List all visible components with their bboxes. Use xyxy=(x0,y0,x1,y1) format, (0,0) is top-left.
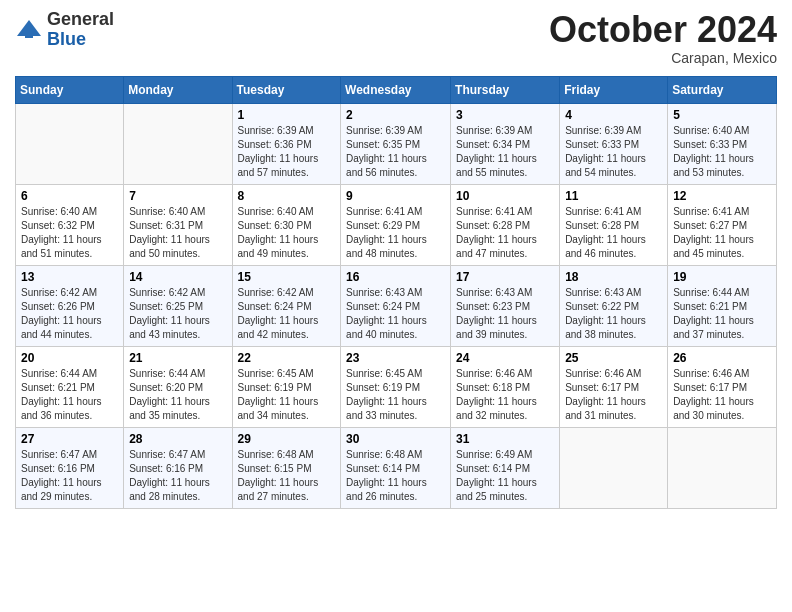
day-number: 9 xyxy=(346,189,445,203)
col-header-friday: Friday xyxy=(560,76,668,103)
day-info: Sunrise: 6:46 AMSunset: 6:18 PMDaylight:… xyxy=(456,367,554,423)
day-cell: 11Sunrise: 6:41 AMSunset: 6:28 PMDayligh… xyxy=(560,184,668,265)
day-info: Sunrise: 6:46 AMSunset: 6:17 PMDaylight:… xyxy=(673,367,771,423)
day-number: 31 xyxy=(456,432,554,446)
day-cell: 6Sunrise: 6:40 AMSunset: 6:32 PMDaylight… xyxy=(16,184,124,265)
day-number: 8 xyxy=(238,189,336,203)
day-info: Sunrise: 6:45 AMSunset: 6:19 PMDaylight:… xyxy=(238,367,336,423)
col-header-wednesday: Wednesday xyxy=(341,76,451,103)
day-number: 3 xyxy=(456,108,554,122)
day-number: 15 xyxy=(238,270,336,284)
day-cell: 26Sunrise: 6:46 AMSunset: 6:17 PMDayligh… xyxy=(668,346,777,427)
day-info: Sunrise: 6:41 AMSunset: 6:28 PMDaylight:… xyxy=(565,205,662,261)
title-block: October 2024 Carapan, Mexico xyxy=(549,10,777,66)
day-info: Sunrise: 6:41 AMSunset: 6:28 PMDaylight:… xyxy=(456,205,554,261)
day-cell: 20Sunrise: 6:44 AMSunset: 6:21 PMDayligh… xyxy=(16,346,124,427)
day-cell: 15Sunrise: 6:42 AMSunset: 6:24 PMDayligh… xyxy=(232,265,341,346)
day-number: 25 xyxy=(565,351,662,365)
day-number: 23 xyxy=(346,351,445,365)
day-info: Sunrise: 6:43 AMSunset: 6:24 PMDaylight:… xyxy=(346,286,445,342)
week-row-3: 13Sunrise: 6:42 AMSunset: 6:26 PMDayligh… xyxy=(16,265,777,346)
header-row: SundayMondayTuesdayWednesdayThursdayFrid… xyxy=(16,76,777,103)
day-info: Sunrise: 6:40 AMSunset: 6:30 PMDaylight:… xyxy=(238,205,336,261)
day-cell: 4Sunrise: 6:39 AMSunset: 6:33 PMDaylight… xyxy=(560,103,668,184)
day-info: Sunrise: 6:42 AMSunset: 6:24 PMDaylight:… xyxy=(238,286,336,342)
day-info: Sunrise: 6:41 AMSunset: 6:29 PMDaylight:… xyxy=(346,205,445,261)
day-info: Sunrise: 6:42 AMSunset: 6:26 PMDaylight:… xyxy=(21,286,118,342)
svg-rect-1 xyxy=(25,32,33,38)
day-number: 18 xyxy=(565,270,662,284)
day-cell: 31Sunrise: 6:49 AMSunset: 6:14 PMDayligh… xyxy=(451,427,560,508)
day-number: 30 xyxy=(346,432,445,446)
day-cell: 9Sunrise: 6:41 AMSunset: 6:29 PMDaylight… xyxy=(341,184,451,265)
day-info: Sunrise: 6:40 AMSunset: 6:33 PMDaylight:… xyxy=(673,124,771,180)
day-number: 17 xyxy=(456,270,554,284)
week-row-1: 1Sunrise: 6:39 AMSunset: 6:36 PMDaylight… xyxy=(16,103,777,184)
calendar-table: SundayMondayTuesdayWednesdayThursdayFrid… xyxy=(15,76,777,509)
day-number: 6 xyxy=(21,189,118,203)
day-cell xyxy=(16,103,124,184)
day-cell: 1Sunrise: 6:39 AMSunset: 6:36 PMDaylight… xyxy=(232,103,341,184)
day-number: 4 xyxy=(565,108,662,122)
day-number: 28 xyxy=(129,432,226,446)
day-info: Sunrise: 6:47 AMSunset: 6:16 PMDaylight:… xyxy=(21,448,118,504)
logo: General Blue xyxy=(15,10,114,50)
day-cell: 25Sunrise: 6:46 AMSunset: 6:17 PMDayligh… xyxy=(560,346,668,427)
day-number: 19 xyxy=(673,270,771,284)
day-cell xyxy=(124,103,232,184)
day-cell: 12Sunrise: 6:41 AMSunset: 6:27 PMDayligh… xyxy=(668,184,777,265)
day-info: Sunrise: 6:42 AMSunset: 6:25 PMDaylight:… xyxy=(129,286,226,342)
week-row-2: 6Sunrise: 6:40 AMSunset: 6:32 PMDaylight… xyxy=(16,184,777,265)
col-header-sunday: Sunday xyxy=(16,76,124,103)
day-cell: 7Sunrise: 6:40 AMSunset: 6:31 PMDaylight… xyxy=(124,184,232,265)
day-number: 26 xyxy=(673,351,771,365)
day-cell: 16Sunrise: 6:43 AMSunset: 6:24 PMDayligh… xyxy=(341,265,451,346)
day-info: Sunrise: 6:39 AMSunset: 6:34 PMDaylight:… xyxy=(456,124,554,180)
day-cell: 22Sunrise: 6:45 AMSunset: 6:19 PMDayligh… xyxy=(232,346,341,427)
day-info: Sunrise: 6:48 AMSunset: 6:14 PMDaylight:… xyxy=(346,448,445,504)
col-header-saturday: Saturday xyxy=(668,76,777,103)
month-title: October 2024 xyxy=(549,10,777,50)
day-info: Sunrise: 6:43 AMSunset: 6:22 PMDaylight:… xyxy=(565,286,662,342)
day-info: Sunrise: 6:40 AMSunset: 6:32 PMDaylight:… xyxy=(21,205,118,261)
day-number: 22 xyxy=(238,351,336,365)
day-cell: 18Sunrise: 6:43 AMSunset: 6:22 PMDayligh… xyxy=(560,265,668,346)
day-cell: 23Sunrise: 6:45 AMSunset: 6:19 PMDayligh… xyxy=(341,346,451,427)
day-cell: 27Sunrise: 6:47 AMSunset: 6:16 PMDayligh… xyxy=(16,427,124,508)
day-cell xyxy=(560,427,668,508)
day-info: Sunrise: 6:49 AMSunset: 6:14 PMDaylight:… xyxy=(456,448,554,504)
day-number: 16 xyxy=(346,270,445,284)
day-number: 5 xyxy=(673,108,771,122)
day-cell: 8Sunrise: 6:40 AMSunset: 6:30 PMDaylight… xyxy=(232,184,341,265)
day-info: Sunrise: 6:39 AMSunset: 6:33 PMDaylight:… xyxy=(565,124,662,180)
day-cell: 19Sunrise: 6:44 AMSunset: 6:21 PMDayligh… xyxy=(668,265,777,346)
day-number: 27 xyxy=(21,432,118,446)
col-header-thursday: Thursday xyxy=(451,76,560,103)
day-cell: 2Sunrise: 6:39 AMSunset: 6:35 PMDaylight… xyxy=(341,103,451,184)
page-header: General Blue October 2024 Carapan, Mexic… xyxy=(15,10,777,66)
day-cell: 28Sunrise: 6:47 AMSunset: 6:16 PMDayligh… xyxy=(124,427,232,508)
day-number: 10 xyxy=(456,189,554,203)
week-row-4: 20Sunrise: 6:44 AMSunset: 6:21 PMDayligh… xyxy=(16,346,777,427)
day-number: 13 xyxy=(21,270,118,284)
logo-icon xyxy=(15,16,43,44)
day-number: 7 xyxy=(129,189,226,203)
day-number: 1 xyxy=(238,108,336,122)
day-info: Sunrise: 6:44 AMSunset: 6:21 PMDaylight:… xyxy=(673,286,771,342)
day-cell xyxy=(668,427,777,508)
day-cell: 3Sunrise: 6:39 AMSunset: 6:34 PMDaylight… xyxy=(451,103,560,184)
day-info: Sunrise: 6:39 AMSunset: 6:35 PMDaylight:… xyxy=(346,124,445,180)
day-number: 14 xyxy=(129,270,226,284)
day-number: 29 xyxy=(238,432,336,446)
day-info: Sunrise: 6:39 AMSunset: 6:36 PMDaylight:… xyxy=(238,124,336,180)
day-number: 24 xyxy=(456,351,554,365)
day-cell: 21Sunrise: 6:44 AMSunset: 6:20 PMDayligh… xyxy=(124,346,232,427)
day-info: Sunrise: 6:41 AMSunset: 6:27 PMDaylight:… xyxy=(673,205,771,261)
day-info: Sunrise: 6:45 AMSunset: 6:19 PMDaylight:… xyxy=(346,367,445,423)
day-info: Sunrise: 6:46 AMSunset: 6:17 PMDaylight:… xyxy=(565,367,662,423)
day-cell: 30Sunrise: 6:48 AMSunset: 6:14 PMDayligh… xyxy=(341,427,451,508)
col-header-tuesday: Tuesday xyxy=(232,76,341,103)
day-info: Sunrise: 6:47 AMSunset: 6:16 PMDaylight:… xyxy=(129,448,226,504)
day-cell: 5Sunrise: 6:40 AMSunset: 6:33 PMDaylight… xyxy=(668,103,777,184)
day-number: 2 xyxy=(346,108,445,122)
